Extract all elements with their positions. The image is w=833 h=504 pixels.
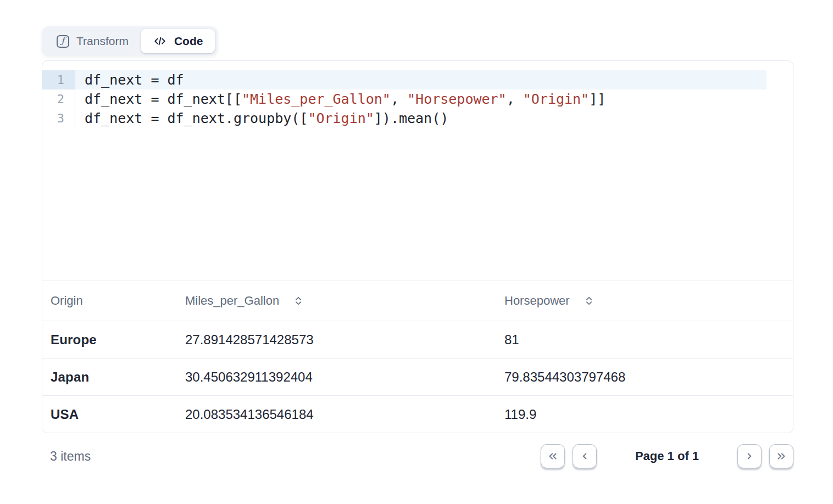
chevrons-left-icon [547,450,559,462]
cell-miles-per-gallon: 20.083534136546184 [177,407,496,422]
code-icon [153,35,167,47]
column-label: Miles_per_Gallon [185,294,279,308]
code-token-string: "Origin" [308,110,374,126]
tab-transform-label: Transform [76,35,129,48]
function-icon-glyph: ƒ [62,36,65,45]
code-token: df_next = df_next.groupby([ [85,110,308,126]
table-row: Japan 30.450632911392404 79.835443037974… [42,359,793,396]
column-header-miles-per-gallon[interactable]: Miles_per_Gallon [177,294,496,308]
prev-page-button[interactable] [573,444,597,468]
code-line-text: df_next = df_next[["Miles_per_Gallon", "… [75,89,767,109]
column-header-origin: Origin [42,294,177,308]
last-page-button[interactable] [769,444,793,468]
code-token-string: "Horsepower" [407,91,507,107]
cell-horsepower: 119.9 [496,407,793,422]
code-token: ]).mean() [374,110,448,126]
code-line[interactable]: 1 df_next = df [42,70,793,89]
cell-horsepower: 81 [496,332,793,348]
cell-horsepower: 79.83544303797468 [496,369,793,385]
code-line[interactable]: 2 df_next = df_next[["Miles_per_Gallon",… [42,89,793,109]
tab-code-label: Code [174,35,203,48]
code-line[interactable]: 3 df_next = df_next.groupby(["Origin"]).… [42,109,793,128]
sort-icon[interactable] [584,294,595,307]
view-toggle: ƒ Transform Code [42,26,218,56]
code-token: ]] [589,91,606,107]
code-editor[interactable]: 1 df_next = df 2 df_next = df_next[["Mil… [42,61,793,281]
chevrons-right-icon [775,450,787,462]
cell-origin: Japan [42,369,177,385]
code-token: , [507,91,523,107]
column-label: Horsepower [504,294,570,308]
chevron-right-icon [743,450,756,462]
column-header-horsepower[interactable]: Horsepower [496,294,793,308]
next-page-button[interactable] [737,444,762,468]
code-token-string: "Miles_per_Gallon" [242,91,391,107]
line-number: 3 [42,109,75,128]
page-indicator: Page 1 of 1 [604,449,730,463]
first-page-button[interactable] [541,444,565,468]
pagination: Page 1 of 1 [541,444,793,468]
content-panel: 1 df_next = df 2 df_next = df_next[["Mil… [42,60,793,433]
line-number: 2 [42,89,75,109]
code-token: df_next = df_next[[ [85,91,242,107]
page: ƒ Transform Code 1 df_next = df 2 df_nex… [0,0,833,473]
code-line-text: df_next = df [75,70,767,89]
table-row: Europe 27.891428571428573 81 [42,321,793,359]
table-header: Origin Miles_per_Gallon Horsepower [42,281,793,321]
function-icon: ƒ [57,35,69,48]
code-token-string: "Origin" [523,91,589,107]
cell-miles-per-gallon: 27.891428571428573 [177,332,496,348]
table-footer: 3 items Page 1 of 1 [42,440,793,473]
code-token: df_next = df [85,72,184,88]
items-count: 3 items [42,449,91,464]
cell-origin: Europe [42,332,177,348]
chevron-left-icon [579,450,591,462]
code-line-text: df_next = df_next.groupby(["Origin"]).me… [75,109,767,128]
sort-icon[interactable] [293,294,304,307]
tab-code[interactable]: Code [141,29,215,53]
cell-miles-per-gallon: 30.450632911392404 [177,369,496,385]
code-token: , [391,91,407,107]
column-label: Origin [51,294,83,308]
table-row: USA 20.083534136546184 119.9 [42,396,793,433]
line-number: 1 [42,70,75,89]
tab-transform[interactable]: ƒ Transform [45,29,141,53]
cell-origin: USA [42,407,177,422]
